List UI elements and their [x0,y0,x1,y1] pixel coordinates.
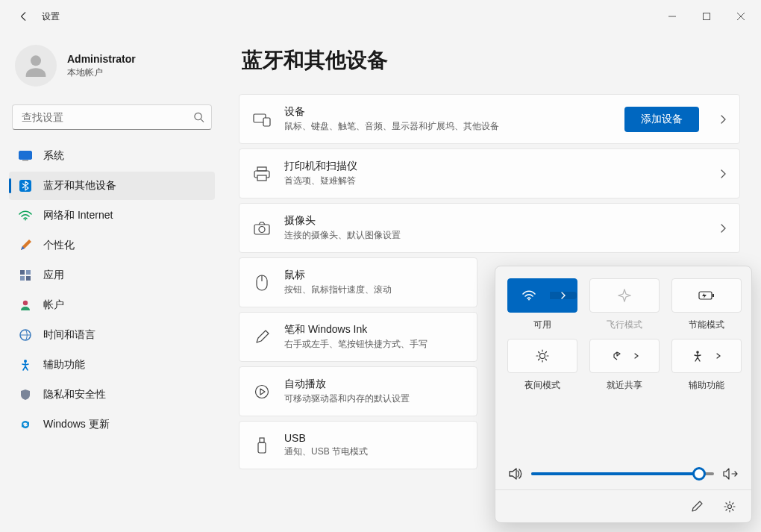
add-device-button[interactable]: 添加设备 [624,107,699,132]
svg-rect-17 [263,118,270,126]
qs-wifi-expand[interactable] [550,292,577,299]
nav-apps[interactable]: 应用 [9,261,215,290]
svg-point-31 [540,354,545,359]
qs-night-toggle[interactable] [507,339,577,373]
section-title: 鼠标 [284,269,465,282]
qs-wifi-label: 可用 [533,319,551,331]
back-button[interactable] [10,3,37,30]
nav-personalization[interactable]: 个性化 [9,231,215,260]
chevron-right-icon [718,169,727,178]
camera-icon [251,222,272,235]
svg-point-8 [25,219,26,221]
search-icon [193,112,204,123]
volume-slider[interactable] [531,467,714,481]
profile-block[interactable]: Administrator 本地帐户 [9,39,215,100]
section-title: 打印机和扫描仪 [284,160,707,173]
section-mouse[interactable]: 鼠标 按钮、鼠标指针速度、滚动 [239,257,477,307]
section-title: USB [284,432,465,444]
battery-saver-icon [698,291,715,300]
qs-accessibility-toggle[interactable] [671,339,742,373]
nav-accounts[interactable]: 帐户 [9,291,215,319]
airplane-icon [618,289,631,302]
globe-clock-icon [18,329,33,341]
qs-airplane-toggle[interactable] [589,278,660,313]
section-printers[interactable]: 打印机和扫描仪 首选项、疑难解答 [239,148,740,198]
section-desc: 按钮、鼠标指针速度、滚动 [284,284,465,296]
nav-network[interactable]: 网络和 Internet [9,201,215,230]
qs-share-toggle[interactable] [589,339,660,373]
all-settings-button[interactable] [715,494,744,519]
minimize-button[interactable] [655,4,689,28]
nav-label: 系统 [43,149,64,163]
svg-point-22 [259,226,265,232]
section-desc: 连接的摄像头、默认图像设置 [284,229,707,242]
section-desc: 通知、USB 节电模式 [284,445,465,458]
svg-rect-20 [257,175,266,181]
chevron-right-icon [560,292,567,299]
shield-icon [18,389,33,401]
section-title: 设备 [284,105,613,119]
svg-point-3 [195,113,201,119]
qs-wifi-toggle[interactable] [507,278,577,313]
nav-update[interactable]: Windows 更新 [9,410,215,439]
search-box [12,104,212,130]
section-title: 自动播放 [284,378,465,391]
nav-privacy[interactable]: 隐私和安全性 [9,381,215,409]
wifi-icon [522,290,536,301]
qs-battery-toggle[interactable] [671,278,742,313]
chevron-right-icon [718,224,727,233]
speaker-icon[interactable] [509,468,522,480]
accessibility-icon [692,350,704,362]
audio-output-icon[interactable] [723,468,738,480]
svg-rect-26 [260,438,264,442]
nav-accessibility[interactable]: 辅助功能 [9,351,215,379]
svg-rect-30 [713,294,714,297]
person-icon [18,299,33,311]
svg-line-36 [539,352,540,354]
section-pen[interactable]: 笔和 Windows Ink 右手或左手、笔按钮快捷方式、手写 [239,312,477,362]
chevron-right-icon [715,353,721,359]
svg-point-2 [31,55,41,66]
section-camera[interactable]: 摄像头 连接的摄像头、默认图像设置 [239,203,740,253]
autoplay-icon [251,384,272,399]
qs-accessibility-label: 辅助功能 [689,379,724,392]
sidebar: Administrator 本地帐户 系统 蓝牙和其他设备 网络和 Intern… [0,33,224,532]
nav-label: 个性化 [43,239,75,252]
section-title: 笔和 Windows Ink [284,323,465,337]
titlebar: 设置 [0,0,761,33]
svg-rect-9 [20,270,25,275]
section-devices[interactable]: 设备 鼠标、键盘、触笔、音频、显示器和扩展坞、其他设备 添加设备 [239,94,740,144]
nav-label: 隐私和安全性 [43,388,106,401]
svg-point-40 [696,351,699,354]
close-button[interactable] [724,4,758,28]
volume-control [507,463,739,484]
svg-point-41 [728,504,732,508]
paintbrush-icon [18,240,33,251]
nav-label: 应用 [43,269,64,282]
qs-airplane-label: 飞行模式 [607,319,642,331]
window-title: 设置 [42,10,60,23]
nav-system[interactable]: 系统 [9,142,215,170]
apps-icon [18,269,33,281]
svg-point-25 [256,385,269,398]
devices-icon [251,112,272,127]
page-title: 蓝牙和其他设备 [242,46,740,75]
svg-rect-11 [20,276,25,281]
maximize-button[interactable] [689,4,724,28]
section-autoplay[interactable]: 自动播放 可移动驱动器和内存的默认设置 [239,366,477,416]
nav-time[interactable]: 时间和语言 [9,321,215,349]
search-input[interactable] [12,104,212,130]
brightness-icon [536,349,549,363]
mouse-icon [251,275,272,291]
svg-point-13 [23,301,28,305]
section-usb[interactable]: USB 通知、USB 节电模式 [239,421,477,469]
monitor-icon [18,151,33,161]
printer-icon [251,166,272,181]
edit-quick-settings-button[interactable] [683,494,711,519]
svg-line-37 [545,359,547,360]
nav-bluetooth[interactable]: 蓝牙和其他设备 [9,172,215,200]
share-icon [610,350,621,362]
svg-rect-1 [704,13,710,20]
pen-icon [251,330,272,345]
nav-label: 帐户 [43,298,64,312]
